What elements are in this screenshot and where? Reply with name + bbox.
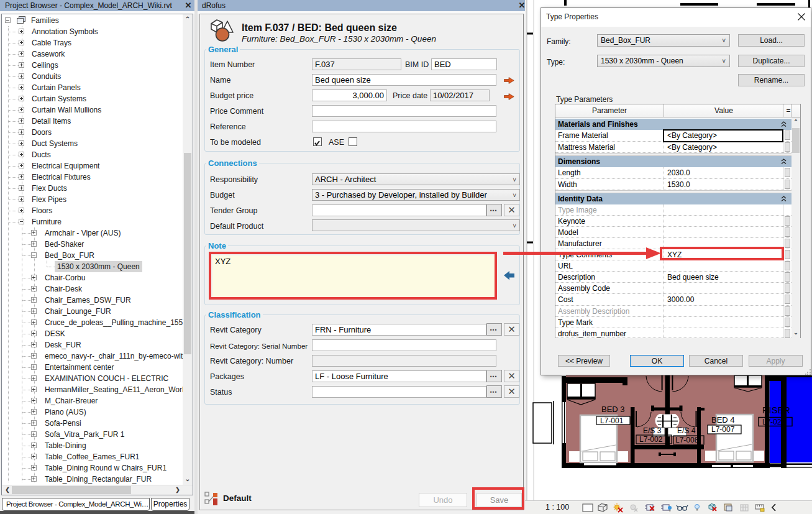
svg-text:L7-008: L7-008: [675, 436, 699, 444]
svg-text:E/S 3: E/S 3: [643, 426, 662, 435]
svg-text:E/S 4: E/S 4: [677, 426, 696, 435]
svg-text:BED 3: BED 3: [601, 405, 625, 414]
svg-text:L7-002: L7-002: [639, 435, 663, 444]
svg-text:L7-001: L7-001: [600, 416, 624, 425]
svg-text:L7-007: L7-007: [711, 425, 735, 434]
svg-text:BED 4: BED 4: [711, 415, 735, 425]
svg-text:1 : 100: 1 : 100: [545, 503, 569, 512]
